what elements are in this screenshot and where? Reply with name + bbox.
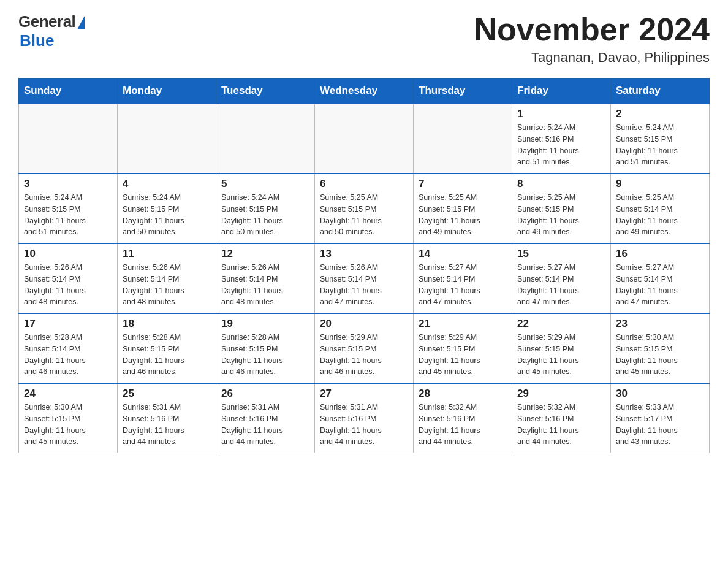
day-number: 4 <box>123 178 211 190</box>
calendar-cell: 4Sunrise: 5:24 AM Sunset: 5:15 PM Daylig… <box>118 174 216 243</box>
day-number: 26 <box>221 388 309 400</box>
calendar-cell <box>315 104 414 174</box>
day-info: Sunrise: 5:25 AM Sunset: 5:15 PM Dayligh… <box>517 192 605 238</box>
calendar-cell <box>414 104 512 174</box>
calendar-cell: 14Sunrise: 5:27 AM Sunset: 5:14 PM Dayli… <box>414 243 512 313</box>
day-info: Sunrise: 5:26 AM Sunset: 5:14 PM Dayligh… <box>24 262 112 308</box>
day-number: 15 <box>517 248 605 260</box>
logo-blue-text: Blue <box>20 31 54 50</box>
day-number: 13 <box>320 248 408 260</box>
day-info: Sunrise: 5:29 AM Sunset: 5:15 PM Dayligh… <box>517 332 605 378</box>
day-info: Sunrise: 5:25 AM Sunset: 5:15 PM Dayligh… <box>419 192 507 238</box>
calendar-cell: 25Sunrise: 5:31 AM Sunset: 5:16 PM Dayli… <box>118 383 216 453</box>
calendar-cell: 5Sunrise: 5:24 AM Sunset: 5:15 PM Daylig… <box>216 174 315 243</box>
day-number: 23 <box>616 318 704 330</box>
calendar-cell: 3Sunrise: 5:24 AM Sunset: 5:15 PM Daylig… <box>19 174 118 243</box>
calendar-cell: 13Sunrise: 5:26 AM Sunset: 5:14 PM Dayli… <box>315 243 414 313</box>
day-number: 19 <box>221 318 309 330</box>
logo-general-text: General <box>18 12 75 31</box>
day-info: Sunrise: 5:31 AM Sunset: 5:16 PM Dayligh… <box>320 402 408 448</box>
day-info: Sunrise: 5:25 AM Sunset: 5:15 PM Dayligh… <box>320 192 408 238</box>
day-number: 30 <box>616 388 704 400</box>
calendar-cell: 26Sunrise: 5:31 AM Sunset: 5:16 PM Dayli… <box>216 383 315 453</box>
day-number: 29 <box>517 388 605 400</box>
day-info: Sunrise: 5:24 AM Sunset: 5:15 PM Dayligh… <box>123 192 211 238</box>
calendar-cell: 23Sunrise: 5:30 AM Sunset: 5:15 PM Dayli… <box>611 313 710 383</box>
day-number: 16 <box>616 248 704 260</box>
page-header: General Blue November 2024 Tagnanan, Dav… <box>18 12 710 66</box>
day-info: Sunrise: 5:24 AM Sunset: 5:16 PM Dayligh… <box>517 122 605 168</box>
calendar-cell: 11Sunrise: 5:26 AM Sunset: 5:14 PM Dayli… <box>118 243 216 313</box>
day-info: Sunrise: 5:30 AM Sunset: 5:15 PM Dayligh… <box>24 402 112 448</box>
day-info: Sunrise: 5:26 AM Sunset: 5:14 PM Dayligh… <box>221 262 309 308</box>
day-info: Sunrise: 5:26 AM Sunset: 5:14 PM Dayligh… <box>123 262 211 308</box>
calendar-cell: 10Sunrise: 5:26 AM Sunset: 5:14 PM Dayli… <box>19 243 118 313</box>
day-number: 24 <box>24 388 112 400</box>
calendar-cell: 17Sunrise: 5:28 AM Sunset: 5:14 PM Dayli… <box>19 313 118 383</box>
weekday-header-wednesday: Wednesday <box>315 79 414 104</box>
calendar-cell: 9Sunrise: 5:25 AM Sunset: 5:14 PM Daylig… <box>611 174 710 243</box>
calendar-cell: 1Sunrise: 5:24 AM Sunset: 5:16 PM Daylig… <box>512 104 611 174</box>
calendar-cell <box>19 104 118 174</box>
day-info: Sunrise: 5:31 AM Sunset: 5:16 PM Dayligh… <box>221 402 309 448</box>
day-info: Sunrise: 5:27 AM Sunset: 5:14 PM Dayligh… <box>616 262 704 308</box>
calendar-cell: 30Sunrise: 5:33 AM Sunset: 5:17 PM Dayli… <box>611 383 710 453</box>
calendar-cell: 20Sunrise: 5:29 AM Sunset: 5:15 PM Dayli… <box>315 313 414 383</box>
weekday-header-friday: Friday <box>512 79 611 104</box>
calendar-table: SundayMondayTuesdayWednesdayThursdayFrid… <box>18 78 710 453</box>
day-info: Sunrise: 5:26 AM Sunset: 5:14 PM Dayligh… <box>320 262 408 308</box>
calendar-cell: 22Sunrise: 5:29 AM Sunset: 5:15 PM Dayli… <box>512 313 611 383</box>
day-number: 1 <box>517 108 605 120</box>
day-info: Sunrise: 5:27 AM Sunset: 5:14 PM Dayligh… <box>419 262 507 308</box>
calendar-cell: 8Sunrise: 5:25 AM Sunset: 5:15 PM Daylig… <box>512 174 611 243</box>
day-number: 6 <box>320 178 408 190</box>
day-info: Sunrise: 5:28 AM Sunset: 5:15 PM Dayligh… <box>123 332 211 378</box>
day-info: Sunrise: 5:29 AM Sunset: 5:15 PM Dayligh… <box>320 332 408 378</box>
calendar-cell: 12Sunrise: 5:26 AM Sunset: 5:14 PM Dayli… <box>216 243 315 313</box>
calendar-cell: 19Sunrise: 5:28 AM Sunset: 5:15 PM Dayli… <box>216 313 315 383</box>
weekday-header-row: SundayMondayTuesdayWednesdayThursdayFrid… <box>19 79 710 104</box>
logo-triangle-icon <box>77 16 85 29</box>
day-number: 28 <box>419 388 507 400</box>
day-number: 12 <box>221 248 309 260</box>
weekday-header-saturday: Saturday <box>611 79 710 104</box>
weekday-header-tuesday: Tuesday <box>216 79 315 104</box>
calendar-cell: 28Sunrise: 5:32 AM Sunset: 5:16 PM Dayli… <box>414 383 512 453</box>
day-info: Sunrise: 5:29 AM Sunset: 5:15 PM Dayligh… <box>419 332 507 378</box>
week-row-2: 3Sunrise: 5:24 AM Sunset: 5:15 PM Daylig… <box>19 174 710 243</box>
calendar-cell: 16Sunrise: 5:27 AM Sunset: 5:14 PM Dayli… <box>611 243 710 313</box>
day-info: Sunrise: 5:32 AM Sunset: 5:16 PM Dayligh… <box>419 402 507 448</box>
day-info: Sunrise: 5:33 AM Sunset: 5:17 PM Dayligh… <box>616 402 704 448</box>
calendar-cell: 18Sunrise: 5:28 AM Sunset: 5:15 PM Dayli… <box>118 313 216 383</box>
logo: General Blue <box>18 12 85 50</box>
day-number: 18 <box>123 318 211 330</box>
day-number: 14 <box>419 248 507 260</box>
day-number: 17 <box>24 318 112 330</box>
day-number: 10 <box>24 248 112 260</box>
day-info: Sunrise: 5:27 AM Sunset: 5:14 PM Dayligh… <box>517 262 605 308</box>
day-number: 11 <box>123 248 211 260</box>
day-info: Sunrise: 5:24 AM Sunset: 5:15 PM Dayligh… <box>24 192 112 238</box>
day-info: Sunrise: 5:24 AM Sunset: 5:15 PM Dayligh… <box>616 122 704 168</box>
day-number: 21 <box>419 318 507 330</box>
calendar-cell: 2Sunrise: 5:24 AM Sunset: 5:15 PM Daylig… <box>611 104 710 174</box>
calendar-cell: 15Sunrise: 5:27 AM Sunset: 5:14 PM Dayli… <box>512 243 611 313</box>
day-info: Sunrise: 5:31 AM Sunset: 5:16 PM Dayligh… <box>123 402 211 448</box>
calendar-cell <box>118 104 216 174</box>
calendar-cell: 7Sunrise: 5:25 AM Sunset: 5:15 PM Daylig… <box>414 174 512 243</box>
calendar-cell: 24Sunrise: 5:30 AM Sunset: 5:15 PM Dayli… <box>19 383 118 453</box>
day-info: Sunrise: 5:28 AM Sunset: 5:15 PM Dayligh… <box>221 332 309 378</box>
week-row-5: 24Sunrise: 5:30 AM Sunset: 5:15 PM Dayli… <box>19 383 710 453</box>
day-number: 3 <box>24 178 112 190</box>
location-title: Tagnanan, Davao, Philippines <box>474 50 710 66</box>
day-info: Sunrise: 5:28 AM Sunset: 5:14 PM Dayligh… <box>24 332 112 378</box>
calendar-cell <box>216 104 315 174</box>
weekday-header-sunday: Sunday <box>19 79 118 104</box>
calendar-cell: 6Sunrise: 5:25 AM Sunset: 5:15 PM Daylig… <box>315 174 414 243</box>
day-number: 2 <box>616 108 704 120</box>
day-number: 27 <box>320 388 408 400</box>
day-number: 9 <box>616 178 704 190</box>
day-info: Sunrise: 5:25 AM Sunset: 5:14 PM Dayligh… <box>616 192 704 238</box>
calendar-cell: 21Sunrise: 5:29 AM Sunset: 5:15 PM Dayli… <box>414 313 512 383</box>
calendar-cell: 27Sunrise: 5:31 AM Sunset: 5:16 PM Dayli… <box>315 383 414 453</box>
